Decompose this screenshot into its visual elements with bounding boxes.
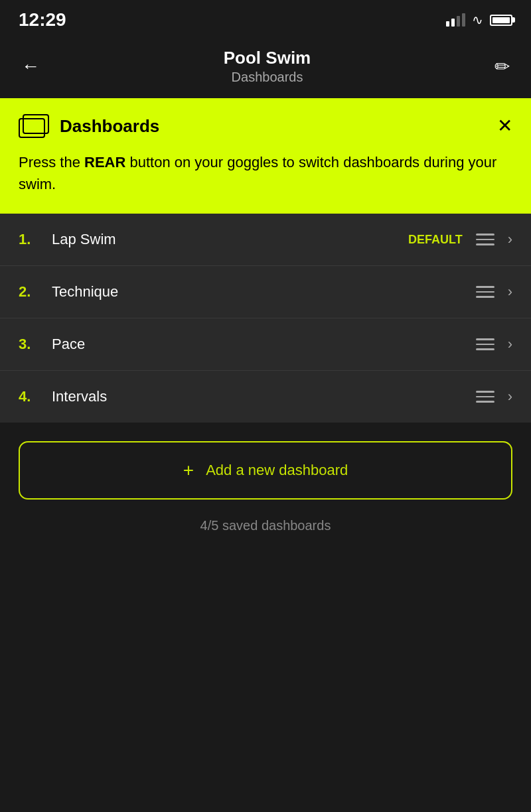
banner-description: Press the REAR button on your goggles to… xyxy=(19,151,512,195)
drag-handle-1[interactable] xyxy=(476,234,494,245)
drag-line xyxy=(476,396,494,398)
header-title-sub: Dashboards xyxy=(42,70,492,85)
list-item[interactable]: 1. Lap Swim DEFAULT › xyxy=(0,214,531,266)
item-name-3: Pace xyxy=(52,336,476,353)
list-item[interactable]: 2. Technique › xyxy=(0,266,531,318)
signal-icon xyxy=(446,13,465,27)
edit-button[interactable]: ✏ xyxy=(492,53,512,80)
chevron-icon-3: › xyxy=(508,336,512,353)
status-bar: 12:29 ∿ xyxy=(0,0,531,37)
signal-bar-1 xyxy=(446,21,449,27)
drag-line xyxy=(476,348,494,350)
signal-bar-4 xyxy=(462,13,465,27)
header: ← Pool Swim Dashboards ✏ xyxy=(0,37,531,98)
battery-fill xyxy=(493,17,510,23)
chevron-icon-2: › xyxy=(508,283,512,301)
signal-bar-3 xyxy=(457,16,460,27)
drag-line xyxy=(476,291,494,293)
bottom-spacer xyxy=(0,552,531,565)
item-number-1: 1. xyxy=(19,231,52,248)
list-item[interactable]: 3. Pace › xyxy=(0,318,531,371)
add-section: + Add a new dashboard xyxy=(0,423,531,500)
battery-icon xyxy=(490,15,512,26)
drag-line xyxy=(476,338,494,340)
saved-info: 4/5 saved dashboards xyxy=(0,500,531,552)
signal-bar-2 xyxy=(451,19,455,27)
banner-header: Dashboards ✕ xyxy=(19,114,512,138)
banner-description-prefix: Press the xyxy=(19,154,84,170)
drag-line xyxy=(476,234,494,236)
status-icons: ∿ xyxy=(446,12,512,28)
wifi-icon: ∿ xyxy=(472,12,483,28)
drag-handle-3[interactable] xyxy=(476,338,494,350)
chevron-icon-4: › xyxy=(508,388,512,405)
add-dashboard-button[interactable]: + Add a new dashboard xyxy=(19,441,512,500)
drag-line xyxy=(476,391,494,393)
dashboards-icon xyxy=(19,114,49,138)
add-plus-icon: + xyxy=(183,461,194,480)
list-section: 1. Lap Swim DEFAULT › 2. Technique › 3. … xyxy=(0,214,531,423)
drag-line xyxy=(476,296,494,298)
banner: Dashboards ✕ Press the REAR button on yo… xyxy=(0,98,531,214)
item-name-4: Intervals xyxy=(52,388,476,405)
drag-line xyxy=(476,286,494,288)
header-title-main: Pool Swim xyxy=(42,48,492,68)
status-time: 12:29 xyxy=(19,9,66,31)
banner-description-bold: REAR xyxy=(84,154,125,170)
header-title: Pool Swim Dashboards xyxy=(42,48,492,85)
dashboards-icon-inner xyxy=(23,114,49,134)
close-button[interactable]: ✕ xyxy=(497,117,512,135)
item-name-1: Lap Swim xyxy=(52,231,408,248)
item-number-4: 4. xyxy=(19,388,52,405)
drag-line xyxy=(476,401,494,403)
banner-title-group: Dashboards xyxy=(19,114,159,138)
drag-line xyxy=(476,243,494,245)
drag-line xyxy=(476,239,494,241)
list-item[interactable]: 4. Intervals › xyxy=(0,371,531,423)
chevron-icon-1: › xyxy=(508,231,512,248)
item-number-2: 2. xyxy=(19,283,52,301)
banner-title-text: Dashboards xyxy=(60,116,159,137)
drag-handle-4[interactable] xyxy=(476,391,494,403)
drag-line xyxy=(476,344,494,346)
drag-handle-2[interactable] xyxy=(476,286,494,298)
back-button[interactable]: ← xyxy=(19,54,42,78)
item-number-3: 3. xyxy=(19,336,52,353)
item-badge-1: DEFAULT xyxy=(408,233,463,247)
add-dashboard-label: Add a new dashboard xyxy=(206,462,348,479)
item-name-2: Technique xyxy=(52,283,476,301)
